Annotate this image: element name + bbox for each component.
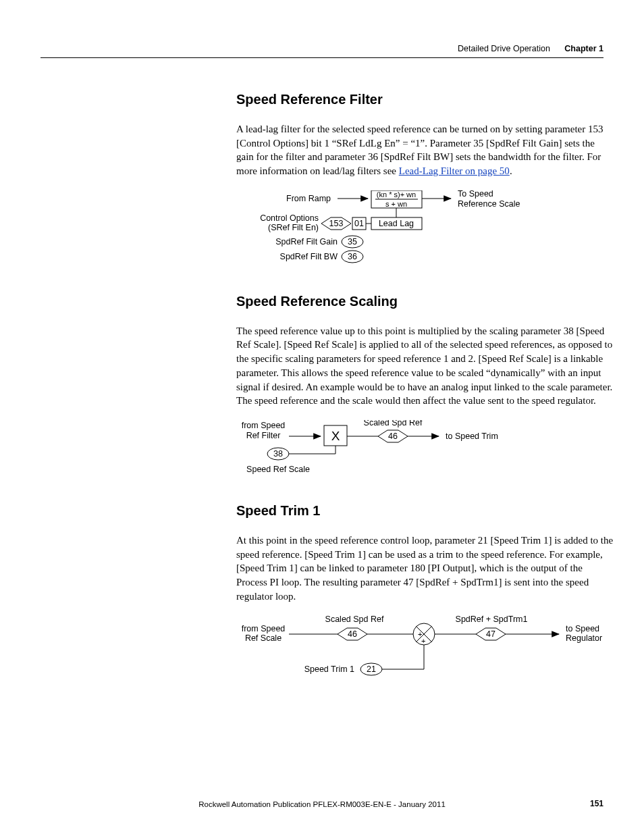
d1-lead-lag: Lead Lag: [379, 219, 414, 228]
d3-regulator: Regulator: [566, 633, 602, 643]
d3-from-speed: from Speed: [242, 624, 286, 633]
diagram-trim: Scaled Spd Ref SpdRef + SpdTrm1 from Spe…: [236, 615, 614, 692]
d1-tf-num: (kn * s)+ wn: [377, 190, 416, 199]
d3-p21: 21: [367, 664, 376, 674]
d1-tf-den: s + wn: [385, 200, 407, 208]
d3-to-speed: to Speed: [566, 624, 599, 633]
diagram-trim-svg: Scaled Spd Ref SpdRef + SpdTrm1 from Spe…: [236, 615, 614, 689]
d3-scaled-spd-ref: Scaled Spd Ref: [325, 615, 384, 624]
diagram-filter-svg: From Ramp (kn * s)+ wn s + wn To Speed R…: [236, 190, 614, 271]
footer-text: Rockwell Automation Publication PFLEX-RM…: [0, 800, 644, 808]
chapter-label: Chapter 1: [564, 44, 603, 53]
d2-scaled-spd-ref: Scaled Spd Ref: [364, 420, 423, 427]
d3-speed-trim-1: Speed Trim 1: [304, 664, 354, 674]
d2-ref-filter: Ref Filter: [246, 431, 281, 440]
d1-sref-filt-en: (SRef Filt En): [268, 223, 319, 232]
d2-to-speed-trim: to Speed Trim: [446, 432, 498, 441]
d1-from-ramp: From Ramp: [286, 194, 331, 203]
lead-lag-link[interactable]: Lead-Lag Filter on page 50: [399, 165, 510, 176]
d2-from-speed: from Speed: [242, 421, 286, 430]
filter-body-tail: .: [510, 165, 512, 176]
d2-speed-ref-scale: Speed Ref Scale: [246, 465, 310, 474]
d2-x: X: [331, 429, 340, 443]
section-title-scaling: Speed Reference Scaling: [236, 294, 614, 309]
d3-ref-scale: Ref Scale: [245, 633, 281, 643]
d1-ref-scale: Reference Scale: [458, 199, 520, 209]
d1-p35: 35: [348, 237, 357, 246]
section-body-filter: A lead-lag filter for the selected speed…: [236, 122, 614, 178]
d3-plus-bottom: +: [421, 637, 425, 645]
d1-b01: 01: [354, 219, 364, 228]
d3-p47: 47: [486, 629, 495, 639]
d2-p38: 38: [273, 449, 283, 459]
d1-control-options: Control Options: [260, 213, 319, 223]
d1-filt-gain: SpdRef Filt Gain: [275, 237, 338, 246]
breadcrumb: Detailed Drive Operation: [458, 44, 550, 53]
d2-p46: 46: [388, 432, 398, 441]
d1-to-speed: To Speed: [458, 190, 493, 199]
d3-p46: 46: [348, 629, 357, 639]
diagram-filter: From Ramp (kn * s)+ wn s + wn To Speed R…: [236, 190, 614, 273]
d1-filt-bw: SpdRef Filt BW: [280, 252, 338, 261]
d3-spdref-spdtrm1: SpdRef + SpdTrm1: [456, 615, 528, 624]
d1-p36: 36: [348, 252, 357, 261]
d1-p153: 153: [329, 219, 344, 228]
page-header: Detailed Drive Operation Chapter 1: [41, 44, 603, 58]
diagram-scaling: from Speed Ref Filter X Scaled Spd Ref 4…: [236, 420, 614, 490]
section-title-trim: Speed Trim 1: [236, 503, 614, 519]
section-title-filter: Speed Reference Filter: [236, 92, 614, 107]
section-body-trim: At this point in the speed reference con…: [236, 533, 614, 603]
diagram-scaling-svg: from Speed Ref Filter X Scaled Spd Ref 4…: [236, 420, 614, 488]
page-number: 151: [590, 799, 603, 808]
section-body-scaling: The speed reference value up to this poi…: [236, 324, 614, 408]
